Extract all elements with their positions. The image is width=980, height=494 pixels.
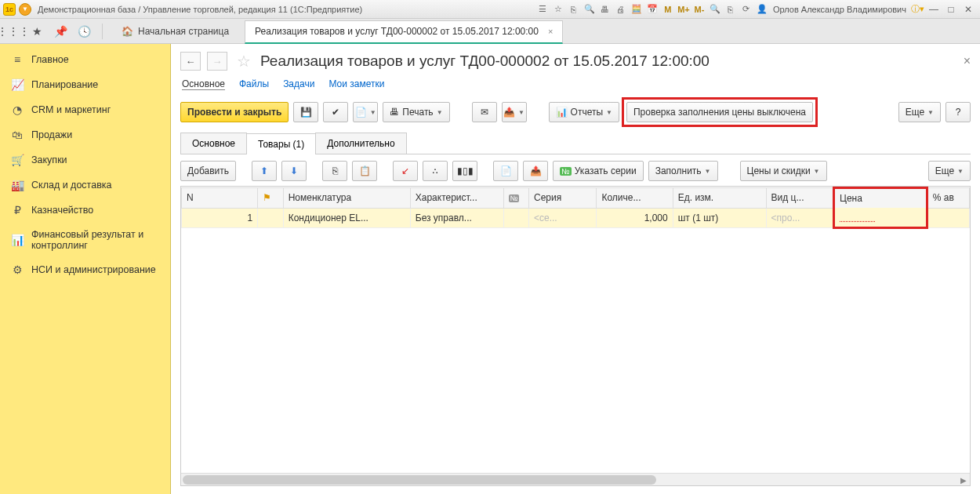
horizontal-scrollbar[interactable]: ◀ ▶ — [181, 473, 970, 485]
scroll-right-icon[interactable]: ▶ — [957, 474, 970, 486]
series-button[interactable]: №Указать серии — [553, 161, 644, 181]
close-doc-button[interactable]: × — [964, 54, 971, 68]
subtab-files[interactable]: Файлы — [239, 78, 269, 90]
close-tab-icon[interactable]: × — [548, 27, 553, 36]
cell-series-icon[interactable] — [503, 208, 528, 228]
tab-main[interactable]: Основное — [180, 133, 247, 154]
m-plus-button[interactable]: M+ — [677, 3, 691, 16]
pie-icon: ◔ — [11, 104, 24, 116]
zoom-icon[interactable]: 🔍 — [708, 3, 722, 16]
mail-icon: ✉ — [481, 107, 488, 118]
table-more-button[interactable]: Еще▼ — [928, 161, 971, 181]
email-button[interactable]: ✉ — [472, 102, 497, 122]
col-pctav[interactable]: % ав — [927, 188, 969, 209]
tab-goods[interactable]: Товары (1) — [246, 133, 316, 154]
move-up-button[interactable]: ⬆ — [252, 161, 277, 181]
create-based-button[interactable]: 📄▼ — [353, 102, 378, 122]
minimize-button[interactable]: — — [925, 3, 942, 16]
dropdown-icon[interactable]: ▼ — [19, 3, 31, 16]
cell-n[interactable]: 1 — [182, 208, 258, 228]
refresh-icon[interactable]: ⟳ — [739, 3, 753, 16]
reports-button[interactable]: 📊Отчеты▼ — [549, 102, 619, 122]
sidebar-item-purchasing[interactable]: 🛒Закупки — [0, 147, 170, 173]
cell-qty[interactable]: 1,000 — [597, 208, 673, 228]
nav-forward-button[interactable]: → — [207, 52, 227, 71]
save-button[interactable]: 💾 — [293, 102, 318, 122]
post-button[interactable]: ✔ — [323, 102, 348, 122]
more-button[interactable]: Еще▼ — [898, 102, 941, 122]
col-unit[interactable]: Ед. изм. — [673, 188, 766, 209]
copy-row-button[interactable]: ⎘ — [322, 161, 347, 181]
barcode-button[interactable]: ▮▯▮ — [452, 161, 477, 181]
copy-icon[interactable]: ⎘ — [724, 3, 738, 16]
scrollbar-thumb[interactable] — [183, 475, 656, 485]
sidebar-item-sales[interactable]: 🛍Продажи — [0, 122, 170, 147]
pin-icon[interactable]: 📌 — [52, 23, 69, 40]
post-and-close-button[interactable]: Провести и закрыть — [180, 102, 289, 122]
col-qty[interactable]: Количе... — [597, 188, 673, 209]
cell-unit[interactable]: шт (1 шт) — [673, 208, 766, 228]
tb-icon-calc[interactable]: 🧮 — [630, 3, 644, 16]
m-minus-button[interactable]: M- — [692, 3, 706, 16]
caret-icon: ▼ — [705, 168, 711, 175]
m-button[interactable]: M — [661, 3, 675, 16]
tb-icon-calendar[interactable]: 📅 — [645, 3, 659, 16]
history-icon[interactable]: 🕓 — [75, 23, 93, 40]
move-down-button[interactable]: ⬇ — [281, 161, 307, 181]
subtab-notes[interactable]: Мои заметки — [328, 78, 384, 90]
col-series-icon[interactable]: № — [503, 188, 528, 209]
price-check-button[interactable]: Проверка заполнения цены выключена — [626, 102, 813, 122]
subtab-tasks[interactable]: Задачи — [283, 78, 314, 90]
import-button[interactable]: ↙ — [393, 161, 418, 181]
col-kind[interactable]: Вид ц... — [766, 188, 833, 209]
apps-icon[interactable]: ⋮⋮⋮ — [5, 23, 22, 40]
document-tab[interactable]: Реализация товаров и услуг ТД00-000002 о… — [245, 20, 563, 44]
cell-kind[interactable]: <про... — [766, 208, 833, 228]
print-button[interactable]: 🖶Печать▼ — [383, 102, 449, 122]
paste-row-button[interactable]: 📋 — [352, 161, 377, 181]
tb-icon-3[interactable]: ⎘ — [567, 3, 581, 16]
add-row-button[interactable]: Добавить — [180, 161, 236, 181]
sidebar-item-treasury[interactable]: ₽Казначейство — [0, 198, 170, 223]
close-button[interactable]: ✕ — [960, 3, 977, 16]
doc-action2-button[interactable]: 📤 — [523, 161, 548, 181]
tb-icon-4[interactable]: 🔍 — [583, 3, 597, 16]
doc-action1-button[interactable]: 📄 — [493, 161, 518, 181]
favorite-star-icon[interactable]: ☆ — [237, 52, 251, 71]
fill-button[interactable]: Заполнить▼ — [648, 161, 718, 181]
tb-icon-1[interactable]: ☰ — [535, 3, 550, 16]
tb-icon-2[interactable]: ☆ — [551, 3, 565, 16]
tb-icon-print2[interactable]: 🖨 — [614, 3, 628, 16]
col-series[interactable]: Серия — [529, 188, 597, 209]
home-tab[interactable]: 🏠 Начальная страница — [112, 19, 238, 44]
subtab-main[interactable]: Основное — [182, 78, 225, 90]
table-row[interactable]: 1 Кондиционер EL... Без управл... <се...… — [182, 208, 970, 228]
cell-pctav[interactable] — [927, 208, 969, 228]
sidebar-item-main[interactable]: ≡Главное — [0, 47, 170, 72]
help-button[interactable]: ? — [946, 102, 971, 122]
cell-flag[interactable] — [258, 208, 283, 228]
sidebar-item-finance[interactable]: 📊Финансовый результат и контроллинг — [0, 223, 170, 257]
col-price[interactable]: Цена — [834, 188, 927, 209]
sidebar-item-crm[interactable]: ◔CRM и маркетинг — [0, 97, 170, 122]
col-flag[interactable]: ⚑ — [258, 188, 283, 209]
edo-button[interactable]: 📤▼ — [502, 102, 527, 122]
col-n[interactable]: N — [182, 188, 258, 209]
cell-series[interactable]: <се... — [529, 208, 597, 228]
tab-extra[interactable]: Дополнительно — [315, 133, 406, 154]
tb-icon-print[interactable]: 🖶 — [598, 3, 612, 16]
split-button[interactable]: ⛬ — [423, 161, 448, 181]
prices-discounts-button[interactable]: Цены и скидки▼ — [740, 161, 827, 181]
sidebar-item-nsi[interactable]: ⚙НСИ и администрирование — [0, 257, 170, 282]
star-icon[interactable]: ★ — [28, 23, 45, 40]
col-nomenclature[interactable]: Номенклатура — [283, 188, 410, 209]
cell-characteristic[interactable]: Без управл... — [410, 208, 503, 228]
col-characteristic[interactable]: Характерист... — [410, 188, 503, 209]
sidebar-item-warehouse[interactable]: 🏭Склад и доставка — [0, 173, 170, 198]
info-icon[interactable]: ⓘ▾ — [910, 3, 924, 16]
maximize-button[interactable]: □ — [942, 3, 960, 16]
cell-price[interactable] — [834, 208, 927, 228]
sidebar-item-planning[interactable]: 📈Планирование — [0, 72, 170, 97]
cell-nomenclature[interactable]: Кондиционер EL... — [283, 208, 410, 228]
nav-back-button[interactable]: ← — [180, 52, 201, 71]
